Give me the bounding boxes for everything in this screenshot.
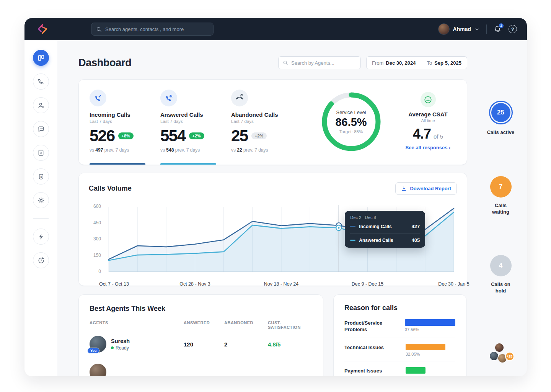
reason-row: Technical Issues 32.05% xyxy=(344,338,455,361)
agent-search-input[interactable]: Search by Agents... xyxy=(278,56,361,69)
reasons-title: Reason for calls xyxy=(344,304,455,312)
page-header: Dashboard Search by Agents... From Dec 3… xyxy=(78,56,467,69)
abandoned-count: 2 xyxy=(224,341,268,348)
y-tick-label: 450 xyxy=(93,220,101,225)
sidebar-item-call-history[interactable] xyxy=(33,252,49,268)
col-answered: ANSWERED xyxy=(184,320,224,330)
agents-avatars[interactable]: +25 xyxy=(488,343,514,365)
sidebar-item-agents[interactable] xyxy=(33,97,49,113)
smiley-icon xyxy=(421,92,436,107)
calls-on-hold-circle[interactable]: 4 xyxy=(490,255,512,276)
calls-volume-title: Calls Volume xyxy=(89,185,395,193)
sidebar-item-billing[interactable]: $ xyxy=(33,168,49,185)
col-satisfaction: CUST. SATISFACTION xyxy=(268,320,312,330)
date-from[interactable]: From Dec 30, 2024 xyxy=(367,60,421,66)
x-tick-label: Oct 7 - Oct 13 xyxy=(99,281,129,287)
service-level-target: Target: 85% xyxy=(339,129,363,134)
download-report-button[interactable]: Download Report xyxy=(395,182,457,195)
reason-percent: 37.56% xyxy=(405,327,455,332)
col-agents: AGENTS xyxy=(90,320,184,330)
chart-tooltip: Dec 2 - Dec 8 Incoming Calls 427 Answere… xyxy=(345,211,425,248)
date-from-value: Dec 30, 2024 xyxy=(386,60,416,66)
call-history-icon xyxy=(37,257,45,264)
calls-active-status: 25 Calls active xyxy=(487,101,515,136)
logo-icon xyxy=(37,23,48,35)
reason-label: Technical Issues xyxy=(344,344,406,351)
body-row: $ xyxy=(24,40,527,376)
stat-incoming-calls[interactable]: Incoming Calls Last 7 days 526 +8% vs 49… xyxy=(90,90,160,165)
agents-overflow-badge: +25 xyxy=(505,352,514,361)
sidebar: $ xyxy=(24,40,57,376)
best-agents-card: Best Agents This Week AGENTS ANSWERED AB… xyxy=(78,294,323,376)
y-tick-label: 600 xyxy=(93,204,101,209)
notifications-button[interactable]: 2 xyxy=(494,25,502,33)
calls-waiting-status: 7 Calls waiting xyxy=(487,176,515,216)
chevron-right-icon: › xyxy=(449,145,450,150)
reason-bar xyxy=(406,367,455,375)
reason-label: Payment Issues xyxy=(344,367,406,374)
csat-period: All time xyxy=(421,118,435,123)
service-level-label: Service Level xyxy=(336,109,366,115)
sidebar-item-dashboard[interactable] xyxy=(33,50,49,66)
calls-volume-chart[interactable]: 0150300450600 Oct 7 - Oct 13Oct 28 - Nov… xyxy=(89,201,457,287)
x-tick-label: Oct 28 - Nov 3 xyxy=(179,281,210,287)
calls-active-circle[interactable]: 25 xyxy=(489,101,513,124)
stat-change-badge: +2% xyxy=(189,132,204,139)
help-icon: ? xyxy=(511,26,514,32)
main-content: Dashboard Search by Agents... From Dec 3… xyxy=(57,40,474,376)
answered-count: 120 xyxy=(184,341,224,348)
sidebar-item-calls[interactable] xyxy=(33,74,49,90)
csat-of: of 5 xyxy=(434,133,443,140)
col-abandoned: ABANDONED xyxy=(224,320,268,330)
stat-period: Last 7 days xyxy=(160,119,231,124)
sidebar-item-reports[interactable] xyxy=(33,145,49,161)
date-from-label: From xyxy=(372,60,383,66)
user-menu[interactable]: Ahmad xyxy=(438,23,479,35)
csat-block: Average CSAT All time 4.7 of 5 See all r… xyxy=(400,90,456,165)
date-range-picker[interactable]: From Dec 30, 2024 To Sep 5, 2025 xyxy=(366,56,467,69)
y-tick-label: 300 xyxy=(93,236,101,242)
tooltip-row: Incoming Calls 427 xyxy=(350,224,420,229)
dollar-icon: $ xyxy=(37,173,45,180)
global-search-placeholder: Search agents, contacts , and more xyxy=(105,26,184,32)
answered-series-dash xyxy=(350,240,355,241)
stat-comparison: vs 22 prev. 7 days xyxy=(231,147,302,153)
reason-row: Payment Issues xyxy=(344,361,455,376)
calls-waiting-circle[interactable]: 7 xyxy=(490,176,512,198)
best-agents-title: Best Agents This Week xyxy=(90,305,312,313)
answered-call-icon xyxy=(160,90,177,106)
tooltip-divider xyxy=(350,233,420,234)
bolt-icon xyxy=(38,234,44,240)
y-tick-label: 0 xyxy=(98,269,101,274)
csat-responses-link[interactable]: See all responses › xyxy=(406,145,451,150)
global-search-input[interactable]: Search agents, contacts , and more xyxy=(91,23,214,36)
topbar-divider xyxy=(486,24,487,34)
table-row-partial xyxy=(90,364,312,376)
topbar: Search agents, contacts , and more Ahmad xyxy=(24,18,527,40)
answered-tab-indicator xyxy=(160,163,216,165)
service-level-block: Service Level 86.5% Target: 85% xyxy=(302,90,400,165)
stat-title: Abandoned Calls xyxy=(231,111,302,118)
chart-y-axis: 0150300450600 xyxy=(89,201,102,278)
incoming-series-dash xyxy=(350,226,355,227)
sidebar-item-automations[interactable] xyxy=(33,229,49,245)
stat-abandoned-calls[interactable]: Abandoned Calls Last 7 days 25 +2% vs 22… xyxy=(231,90,302,165)
sidebar-item-settings[interactable] xyxy=(33,192,49,208)
topbar-right: Ahmad 2 ? xyxy=(438,23,517,35)
date-to-value: Sep 5, 2025 xyxy=(434,60,461,66)
sidebar-item-messages[interactable] xyxy=(33,121,49,137)
help-button[interactable]: ? xyxy=(509,25,517,33)
calls-volume-card: Calls Volume Download Report 01503004506… xyxy=(78,173,467,286)
stat-value: 25 xyxy=(231,127,248,145)
stat-title: Answered Calls xyxy=(160,111,231,118)
date-to[interactable]: To Sep 5, 2025 xyxy=(421,60,467,66)
stats-card: Incoming Calls Last 7 days 526 +8% vs 49… xyxy=(78,79,467,165)
app-logo[interactable] xyxy=(36,23,49,36)
gear-icon xyxy=(37,197,45,204)
stat-value: 554 xyxy=(160,127,186,145)
report-icon xyxy=(37,149,44,156)
table-row[interactable]: You Suresh Ready 120 xyxy=(90,336,312,359)
chevron-down-icon xyxy=(474,27,479,32)
stat-answered-calls[interactable]: Answered Calls Last 7 days 554 +2% vs 54… xyxy=(160,90,231,165)
bottom-row: Best Agents This Week AGENTS ANSWERED AB… xyxy=(78,294,467,376)
